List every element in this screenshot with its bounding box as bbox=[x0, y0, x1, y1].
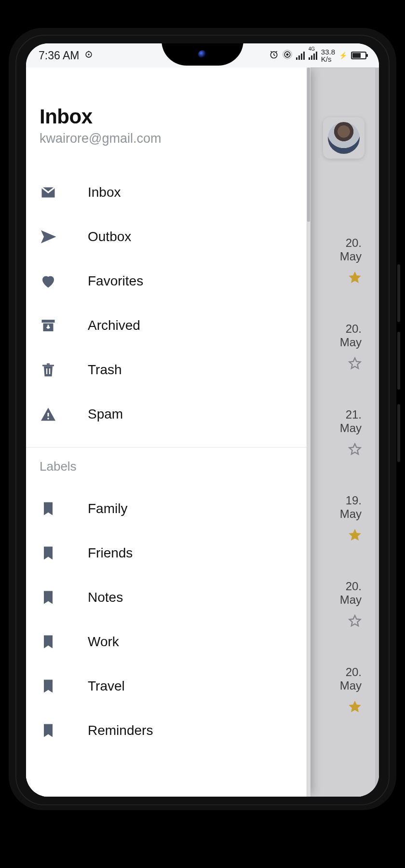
label-item-label: Friends bbox=[88, 545, 133, 561]
send-icon bbox=[40, 228, 68, 245]
volume-down-button[interactable] bbox=[397, 332, 400, 390]
bookmark-icon bbox=[40, 544, 68, 562]
drawer-scrollbar-track[interactable] bbox=[307, 68, 310, 797]
phone-frame: 7:36 AM 4G 33.8K/s bbox=[9, 28, 396, 810]
nav-item-favorites[interactable]: Favorites bbox=[26, 259, 310, 303]
label-item-label: Family bbox=[88, 501, 127, 516]
nav-item-spam[interactable]: Spam bbox=[26, 392, 310, 436]
drawer-account-email: kwairore@gmail.com bbox=[40, 131, 297, 146]
screen: 7:36 AM 4G 33.8K/s bbox=[26, 43, 379, 797]
nav-item-label: Favorites bbox=[88, 273, 143, 289]
label-item-label: Reminders bbox=[88, 723, 153, 738]
nav-item-trash[interactable]: Trash bbox=[26, 348, 310, 392]
archive-icon bbox=[40, 317, 68, 334]
charging-icon: ⚡ bbox=[339, 52, 347, 59]
nav-item-label: Spam bbox=[88, 407, 123, 422]
bookmark-icon bbox=[40, 722, 68, 739]
drawer-title: Inbox bbox=[40, 105, 297, 128]
hotspot-icon bbox=[283, 49, 292, 62]
label-item-label: Notes bbox=[88, 590, 123, 605]
status-time: 7:36 AM bbox=[39, 49, 79, 62]
drawer-labels-title: Labels bbox=[26, 459, 310, 487]
warn-icon bbox=[40, 406, 68, 423]
nav-item-label: Trash bbox=[88, 362, 122, 378]
heart-icon bbox=[40, 272, 68, 290]
signal-icon-2: 4G bbox=[309, 51, 317, 60]
drawer-labels: FamilyFriendsNotesWorkTravelReminders bbox=[26, 487, 310, 753]
bookmark-icon bbox=[40, 678, 68, 695]
bookmark-icon bbox=[40, 633, 68, 651]
nav-item-label: Archived bbox=[88, 318, 140, 333]
label-item-work[interactable]: Work bbox=[26, 620, 310, 664]
nav-item-inbox[interactable]: Inbox bbox=[26, 170, 310, 215]
label-item-reminders[interactable]: Reminders bbox=[26, 708, 310, 753]
label-item-family[interactable]: Family bbox=[26, 487, 310, 531]
nav-item-label: Inbox bbox=[88, 185, 121, 200]
alarm-icon bbox=[269, 49, 279, 62]
drawer-folders: InboxOutboxFavoritesArchivedTrashSpam bbox=[26, 156, 310, 436]
power-button[interactable] bbox=[397, 404, 400, 462]
bookmark-icon bbox=[40, 589, 68, 606]
drawer-scrollbar-thumb[interactable] bbox=[307, 68, 310, 222]
nav-item-outbox[interactable]: Outbox bbox=[26, 215, 310, 259]
drawer-header: Inbox kwairore@gmail.com bbox=[26, 68, 310, 156]
svg-point-1 bbox=[88, 54, 90, 55]
volume-up-button[interactable] bbox=[397, 264, 400, 322]
net-rate: 33.8K/s bbox=[321, 48, 335, 63]
svg-point-6 bbox=[47, 418, 49, 420]
svg-point-3 bbox=[286, 53, 288, 55]
drawer-separator bbox=[26, 447, 310, 448]
location-icon bbox=[84, 49, 94, 62]
label-item-label: Travel bbox=[88, 678, 125, 694]
mail-icon bbox=[40, 184, 68, 201]
label-item-label: Work bbox=[88, 634, 119, 650]
nav-item-archived[interactable]: Archived bbox=[26, 303, 310, 348]
drawer-scrim[interactable] bbox=[310, 68, 379, 797]
nav-item-label: Outbox bbox=[88, 229, 131, 244]
trash-icon bbox=[40, 361, 68, 379]
battery-icon bbox=[351, 52, 366, 59]
signal-icon-1 bbox=[296, 51, 305, 60]
navigation-drawer: Inbox kwairore@gmail.com InboxOutboxFavo… bbox=[26, 68, 310, 797]
bookmark-icon bbox=[40, 500, 68, 517]
label-item-notes[interactable]: Notes bbox=[26, 575, 310, 620]
label-item-travel[interactable]: Travel bbox=[26, 664, 310, 708]
label-item-friends[interactable]: Friends bbox=[26, 531, 310, 575]
